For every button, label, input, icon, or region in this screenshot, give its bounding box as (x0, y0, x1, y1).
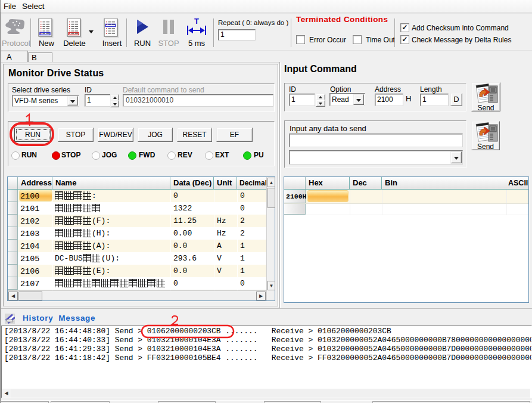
svg-text:T: T (194, 17, 199, 26)
